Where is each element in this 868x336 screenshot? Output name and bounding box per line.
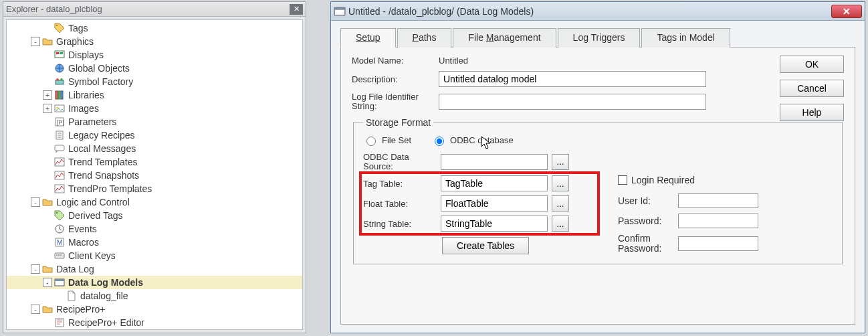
- tab-file-management[interactable]: File Management: [453, 28, 556, 48]
- explorer-close-button[interactable]: ✕: [290, 4, 303, 15]
- user-id-label: User Id:: [618, 195, 678, 206]
- storage-format-group: Storage Format File Set ODBC database: [353, 117, 843, 265]
- tree-item[interactable]: RecipePro+ Editor: [7, 316, 302, 329]
- log-file-id-label: Log File Identifier String:: [352, 92, 439, 112]
- cancel-button[interactable]: Cancel: [780, 80, 844, 97]
- password-label: Password:: [618, 216, 678, 226]
- user-id-input[interactable]: [678, 193, 758, 208]
- dtags-icon: [53, 210, 66, 221]
- svg-rect-8: [56, 91, 58, 99]
- tree-item[interactable]: Displays: [7, 48, 302, 62]
- svg-rect-20: [55, 158, 64, 166]
- tree-item[interactable]: -RecipePro+: [7, 303, 302, 316]
- explorer-panel: Explorer - datalo_plcblog ✕ Tags-Graphic…: [3, 1, 306, 333]
- tree-item[interactable]: -Graphics: [7, 35, 302, 48]
- tree-item[interactable]: +Images: [7, 102, 302, 115]
- symbol-icon: [53, 76, 66, 87]
- odbc-database-radio[interactable]: ODBC database: [431, 135, 514, 146]
- collapse-icon[interactable]: -: [31, 197, 40, 207]
- string-table-browse-button[interactable]: ...: [552, 216, 569, 232]
- tree-item[interactable]: -Logic and Control: [7, 195, 302, 209]
- explorer-tree-scroll[interactable]: Tags-GraphicsDisplaysGlobal ObjectsSymbo…: [6, 19, 303, 330]
- tree-item-label: Displays: [68, 50, 104, 60]
- explorer-title: Explorer - datalo_plcblog: [6, 4, 290, 14]
- float-table-browse-button[interactable]: ...: [552, 195, 569, 212]
- tag-icon: [53, 23, 66, 33]
- string-table-input[interactable]: [441, 216, 548, 232]
- tab-tags-in-model[interactable]: Tags in Model: [641, 28, 730, 48]
- file-set-radio[interactable]: File Set: [363, 135, 411, 146]
- twist-spacer: [43, 238, 52, 247]
- setup-tab-panel: OK Cancel Help Model Name: Untitled Desc…: [340, 48, 855, 325]
- tab-log-triggers[interactable]: Log Triggers: [558, 28, 641, 48]
- tree-item[interactable]: Legacy Recipes: [7, 129, 302, 142]
- create-tables-button[interactable]: Create Tables: [442, 237, 529, 254]
- tag-table-browse-button[interactable]: ...: [552, 175, 569, 191]
- dialog-button-column: OK Cancel Help: [780, 56, 844, 121]
- models-icon: [53, 277, 66, 288]
- tab-setup[interactable]: Setup: [340, 28, 396, 48]
- twist-spacer: [43, 211, 52, 220]
- svg-rect-37: [334, 7, 345, 9]
- svg-rect-9: [58, 91, 60, 99]
- login-required-checkbox[interactable]: Login Required: [618, 175, 758, 185]
- svg-rect-22: [55, 185, 64, 193]
- svg-rect-34: [55, 279, 64, 281]
- tree-item[interactable]: Local Messages: [7, 142, 302, 155]
- tab-setup-label: Setup: [356, 32, 381, 43]
- confirm-password-input[interactable]: [678, 236, 758, 251]
- file-set-radio-label: File Set: [382, 135, 411, 145]
- twist-spacer: [43, 157, 52, 167]
- tab-paths-label: Paths: [413, 32, 437, 43]
- collapse-icon[interactable]: -: [31, 305, 40, 314]
- tree-item[interactable]: Events: [7, 222, 302, 236]
- tree-item[interactable]: -Data Log Models: [7, 276, 302, 289]
- tag-table-input[interactable]: [441, 175, 548, 191]
- collapse-icon[interactable]: -: [43, 278, 52, 287]
- password-input[interactable]: [678, 214, 758, 228]
- odbc-database-radio-input[interactable]: [435, 137, 444, 146]
- macros-icon: M: [53, 237, 66, 248]
- odbc-data-source-browse-button[interactable]: ...: [552, 154, 569, 170]
- tree-item[interactable]: Trend Snapshots: [7, 169, 302, 182]
- tab-log-triggers-label: Log Triggers: [573, 32, 625, 43]
- tab-paths[interactable]: Paths: [397, 28, 452, 48]
- tree-item[interactable]: Global Objects: [7, 62, 302, 75]
- tab-tags-label: Tags in Model: [657, 32, 714, 43]
- tree-item[interactable]: +Libraries: [7, 88, 302, 102]
- tree-item[interactable]: MMacros: [7, 236, 302, 249]
- svg-rect-31: [58, 254, 60, 256]
- svg-rect-32: [60, 254, 62, 256]
- tree-item[interactable]: TrendPro Templates: [7, 182, 302, 195]
- file-set-radio-input[interactable]: [366, 137, 376, 146]
- tree-item-label: Trend Snapshots: [68, 170, 139, 181]
- float-table-input[interactable]: [441, 195, 548, 212]
- odbc-data-source-input[interactable]: [441, 154, 548, 170]
- help-button[interactable]: Help: [780, 104, 844, 121]
- tree-item[interactable]: -Data Log: [7, 262, 302, 276]
- dialog-title-icon: [334, 5, 346, 17]
- storage-format-legend: Storage Format: [363, 117, 433, 128]
- tree-item[interactable]: Tags: [7, 21, 302, 35]
- keys-icon: [53, 250, 66, 261]
- tree-item[interactable]: [P]Parameters: [7, 115, 302, 129]
- dialog-close-button[interactable]: ✕: [831, 5, 862, 18]
- expand-icon[interactable]: +: [43, 90, 52, 100]
- svg-point-6: [56, 78, 59, 81]
- tab-file-mgmt-label: File Management: [468, 32, 540, 43]
- collapse-icon[interactable]: -: [31, 264, 40, 274]
- tree-item[interactable]: Symbol Factory: [7, 75, 302, 88]
- login-block: Login Required User Id: Password: Confir…: [618, 175, 758, 260]
- tree-item[interactable]: datalog_file: [7, 289, 302, 303]
- tree-item[interactable]: Derived Tags: [7, 209, 302, 222]
- expand-icon[interactable]: +: [43, 104, 52, 113]
- twist-spacer: [43, 77, 52, 86]
- twist-spacer: [43, 144, 52, 153]
- tree-item[interactable]: Client Keys: [7, 249, 302, 262]
- description-input[interactable]: [439, 71, 706, 87]
- tree-item-label: Symbol Factory: [68, 76, 133, 87]
- tree-item[interactable]: Trend Templates: [7, 155, 302, 169]
- ok-button[interactable]: OK: [780, 56, 844, 73]
- log-file-id-input[interactable]: [439, 94, 706, 110]
- collapse-icon[interactable]: -: [31, 37, 40, 46]
